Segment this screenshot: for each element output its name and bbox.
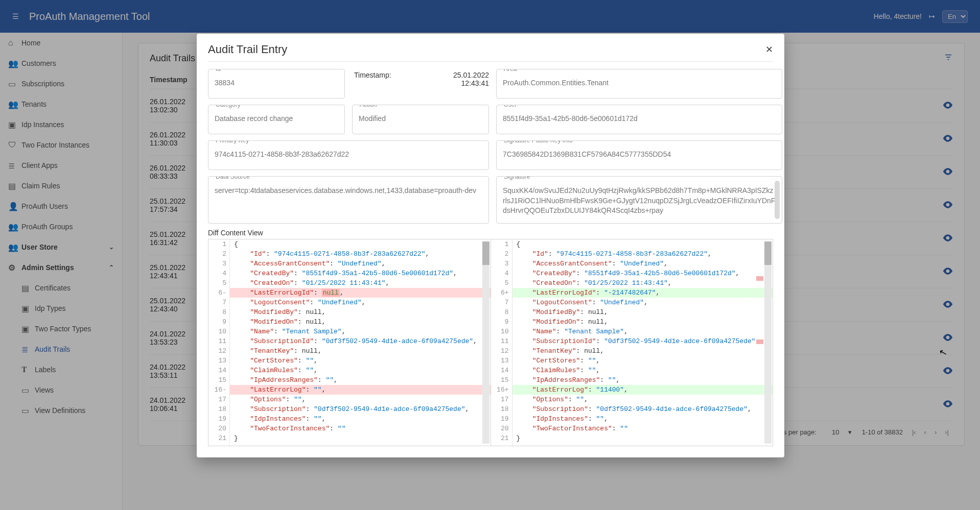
audit-entry-modal: Audit Trail Entry ✕ Id 38834 Timestamp: … [197, 34, 784, 457]
field-spki: Signature Public Key Info 7C36985842D136… [496, 140, 782, 170]
field-timestamp: Timestamp: 25.01.2022 12:43:41 [352, 69, 489, 99]
diff-scroll-thumb[interactable] [482, 241, 489, 265]
modal-title: Audit Trail Entry [208, 43, 287, 56]
close-icon[interactable]: ✕ [765, 44, 773, 55]
field-area: Area ProAuth.Common.Entities.Tenant [496, 69, 782, 99]
field-category: Category Database record change [208, 105, 345, 134]
field-user: User 8551f4d9-35a1-42b5-80d6-5e00601d172… [496, 105, 782, 134]
diff-label: Diff Content View [208, 229, 773, 237]
diff-scroll-track[interactable] [482, 241, 489, 444]
diff-viewer: 123456-78910111213141516-1718192021 { "I… [208, 239, 773, 446]
field-primary-key: Primary Key 974c4115-0271-4858-8b3f-283a… [208, 140, 489, 170]
scrollbar-thumb[interactable] [775, 181, 780, 219]
minimap-marker [756, 339, 763, 344]
minimap-marker [756, 276, 763, 281]
diff-right-pane: 123456+78910111213141516+1718192021 { "I… [491, 239, 773, 446]
diff-left-pane: 123456-78910111213141516-1718192021 { "I… [208, 239, 491, 446]
field-action: Action Modified [352, 105, 489, 134]
field-datasource: Data Source server=tcp:4tdatabaseservice… [208, 176, 489, 224]
field-signature: Signature SquxKK4/owSvuJEd2Nu2uUy9qtHzjR… [496, 176, 782, 224]
diff-scroll-track[interactable] [764, 241, 772, 444]
field-id: Id 38834 [208, 69, 345, 99]
diff-scroll-thumb[interactable] [764, 241, 772, 265]
